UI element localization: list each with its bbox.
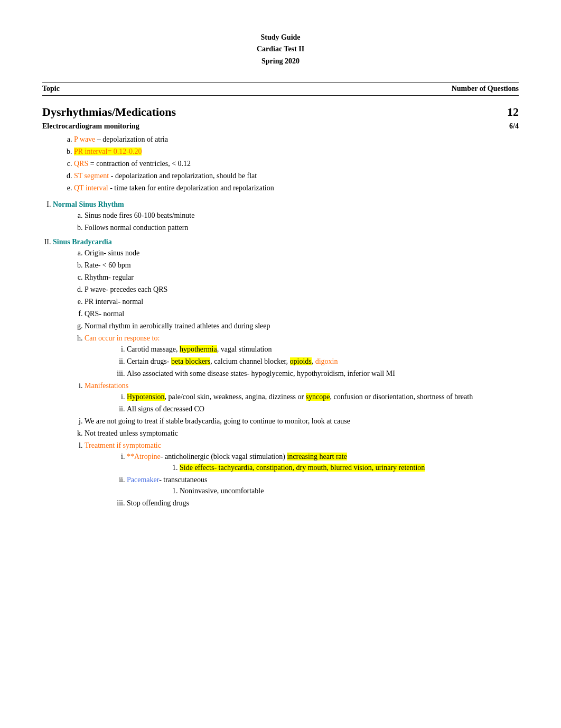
header-row: Topic Number of Questions [42,82,519,96]
ecg-item-e: QT interval - time taken for entire depo… [74,182,519,193]
ecg-list: P wave – depolarization of atria PR inte… [74,134,519,193]
hypothermia-text: hypothermia [180,345,217,353]
topic-label: Topic [42,85,60,93]
brady-e: PR interval- normal [85,296,519,307]
title-line1: Study Guide [42,32,519,43]
ecg-title: Electrocardiogram monitoring [42,122,139,131]
beta-blockers-text: beta blockers [171,357,210,365]
manifestations-list: Hypotension, pale/cool skin, weakness, a… [127,391,519,414]
treatment-iii: Stop offending drugs [127,497,519,509]
qt-interval-desc: - time taken for entire depolarization a… [110,184,274,192]
manifestations-label: Manifestations [85,382,128,390]
treatment-i: **Atropine- anticholinergic (block vagal… [127,451,519,473]
main-section-row: Dysrhythmias/Medications 12 [42,105,519,120]
brady-g: Normal rhythm in aerobically trained ath… [85,320,519,331]
atropine-side-effects: Side effects- tachycardia, constipation,… [180,462,519,473]
ecg-item-b: PR interval= 0.12-0.20 [74,146,519,157]
page-title: Study Guide Cardiac Test II Spring 2020 [42,32,519,67]
normal-sinus-a: Sinus node fires 60-100 beats/minute [85,210,519,221]
ecg-item-d: ST segment - depolarization and repolari… [74,170,519,181]
brady-c: Rhythm- regular [85,272,519,283]
brady-d: P wave- precedes each QRS [85,284,519,295]
normal-sinus-b-text: Follows normal conduction pattern [85,224,188,232]
qrs-desc: = contraction of ventricles, < 0.12 [90,160,191,168]
sinus-brady-list: Origin- sinus node Rate- < 60 bpm Rhythm… [85,247,519,509]
title-line3: Spring 2020 [42,56,519,67]
brady-b: Rate- < 60 bpm [85,260,519,271]
ecg-item-a: P wave – depolarization of atria [74,134,519,145]
title-line2: Cardiac Test II [42,43,519,55]
heart-rate-text: increasing heart rate [287,453,347,460]
st-segment-desc: - depolarization and repolarization, sho… [111,172,257,180]
main-outline: Normal Sinus Rhythm Sinus node fires 60-… [53,199,519,509]
brady-i: Manifestations Hypotension, pale/cool sk… [85,380,519,414]
side-effects-text: Side effects- tachycardia, constipation,… [180,464,425,472]
normal-sinus-b: Follows normal conduction pattern [85,222,519,233]
brady-h: Can occur in response to: Carotid massag… [85,333,519,379]
brady-a: Origin- sinus node [85,247,519,259]
brady-l: Treatment if symptomatic **Atropine- ant… [85,440,519,509]
p-wave-desc: – depolarization of atria [97,135,168,143]
sinus-brady-label: Sinus Bradycardia [53,238,112,246]
pacemaker-sub: Noninvasive, uncomfortable [180,485,519,496]
questions-label: Number of Questions [452,85,519,93]
pr-interval-label: PR interval= 0.12-0.20 [74,148,142,155]
ecg-section-row: Electrocardiogram monitoring 6/4 [42,122,519,131]
section-III: Sinus Bradycardia Origin- sinus node Rat… [53,236,519,509]
treatment-list: **Atropine- anticholinergic (block vagal… [127,451,519,509]
treatment-label: Treatment if symptomatic [85,441,161,449]
manifestations-ii: All signs of decreased CO [127,403,519,414]
normal-sinus-label: Normal Sinus Rhythm [53,200,124,208]
brady-j: We are not going to treat if stable brad… [85,416,519,427]
can-occur-ii: Certain drugs- beta blockers, calcium ch… [127,356,519,367]
can-occur-label: Can occur in response to: [85,334,160,342]
brady-k: Not treated unless symptomatic [85,428,519,439]
pacemaker-label: Pacemaker [127,476,159,484]
digoxin-text: digoxin [315,357,338,365]
ecg-item-c: QRS = contraction of ventricles, < 0.12 [74,158,519,169]
syncope-text: syncope [306,393,330,401]
can-occur-list: Carotid massage, hypothermia, vagal stim… [127,344,519,379]
pacemaker-sublist: Noninvasive, uncomfortable [180,485,519,496]
opioids-text: opioids [290,357,312,365]
treatment-ii: Pacemaker- transcutaneous Noninvasive, u… [127,474,519,496]
manifestations-i: Hypotension, pale/cool skin, weakness, a… [127,391,519,402]
can-occur-iii: Also associated with some disease states… [127,368,519,379]
section-II: Normal Sinus Rhythm Sinus node fires 60-… [53,199,519,233]
atropine-sublist: Side effects- tachycardia, constipation,… [180,462,519,473]
st-segment-label: ST segment [74,172,109,180]
hypotension-text: Hypotension [127,393,165,401]
dysrhythmias-number: 12 [507,105,519,119]
atropine-label: **Atropine [127,453,161,460]
normal-sinus-list: Sinus node fires 60-100 beats/minute Fol… [85,210,519,233]
can-occur-i: Carotid massage, hypothermia, vagal stim… [127,344,519,355]
brady-f: QRS- normal [85,308,519,319]
dysrhythmias-title: Dysrhythmias/Medications [42,105,176,119]
qrs-label: QRS [74,160,88,168]
normal-sinus-a-text: Sinus node fires 60-100 beats/minute [85,211,194,219]
ecg-number: 6/4 [509,122,519,131]
qt-interval-label: QT interval [74,184,108,192]
p-wave-label: P wave [74,135,95,143]
